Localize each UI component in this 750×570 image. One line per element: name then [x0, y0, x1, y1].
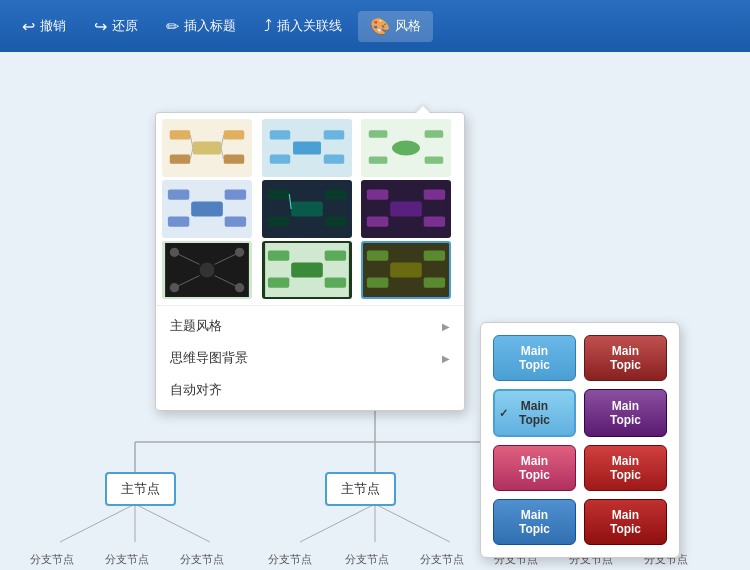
svg-rect-16	[170, 130, 190, 139]
redo-button[interactable]: ↪ 还原	[82, 11, 150, 42]
leaf-node-6[interactable]: 分支节点	[420, 552, 464, 567]
menu-item-auto-align[interactable]: 自动对齐	[156, 374, 464, 406]
line-icon: ⤴	[264, 17, 272, 35]
svg-rect-15	[193, 141, 221, 154]
svg-rect-40	[225, 189, 246, 199]
svg-rect-53	[424, 189, 445, 199]
style-btn-3[interactable]: Main Topic	[493, 389, 576, 437]
redo-icon: ↪	[94, 17, 107, 36]
svg-rect-74	[367, 277, 388, 287]
style-btn-1[interactable]: Main Topic	[493, 335, 576, 381]
chevron-right-icon-2: ▶	[442, 353, 450, 364]
chevron-right-icon: ▶	[442, 321, 450, 332]
svg-point-61	[170, 248, 179, 257]
style-btn-8[interactable]: Main Topic	[584, 499, 667, 545]
svg-rect-18	[224, 130, 244, 139]
svg-line-8	[300, 504, 375, 542]
svg-rect-46	[324, 189, 345, 199]
svg-rect-34	[425, 130, 444, 137]
svg-rect-27	[269, 155, 289, 164]
theme-thumb-5[interactable]	[262, 180, 352, 238]
svg-rect-25	[293, 141, 321, 154]
svg-rect-70	[324, 277, 345, 287]
svg-rect-17	[170, 155, 190, 164]
theme-thumb-4[interactable]	[162, 180, 252, 238]
theme-thumb-6[interactable]	[361, 180, 451, 238]
svg-rect-76	[424, 277, 445, 287]
main-node-1[interactable]: 主节点	[105, 472, 176, 506]
svg-rect-43	[291, 202, 323, 217]
leaf-node-5[interactable]: 分支节点	[345, 552, 389, 567]
main-node-2[interactable]: 主节点	[325, 472, 396, 506]
theme-thumb-1[interactable]	[162, 119, 252, 177]
svg-rect-33	[369, 156, 388, 163]
style-btn-2[interactable]: Main Topic	[584, 335, 667, 381]
svg-rect-35	[425, 156, 444, 163]
dropdown-arrow	[415, 106, 431, 114]
svg-point-64	[235, 283, 244, 292]
theme-thumb-8[interactable]	[262, 241, 352, 299]
dropdown-menu-items: 主题风格 ▶ 思维导图背景 ▶ 自动对齐	[156, 306, 464, 410]
svg-rect-68	[268, 277, 289, 287]
style-btn-4[interactable]: Main Topic	[584, 389, 667, 437]
style-dropdown-panel: 主题风格 ▶ 思维导图背景 ▶ 自动对齐	[155, 112, 465, 411]
svg-line-10	[375, 504, 450, 542]
theme-grid[interactable]	[156, 113, 464, 306]
menu-item-theme-style[interactable]: 主题风格 ▶	[156, 310, 464, 342]
svg-rect-39	[168, 216, 189, 226]
leaf-node-1[interactable]: 分支节点	[30, 552, 74, 567]
svg-rect-41	[225, 216, 246, 226]
style-btn-6[interactable]: Main Topic	[584, 445, 667, 491]
pencil-icon: ✏	[166, 17, 179, 36]
svg-rect-19	[224, 155, 244, 164]
style-btn-7[interactable]: Main Topic	[493, 499, 576, 545]
svg-rect-28	[323, 130, 343, 139]
undo-button[interactable]: ↩ 撤销	[10, 11, 78, 42]
svg-rect-67	[268, 250, 289, 260]
svg-line-5	[60, 504, 135, 542]
svg-rect-47	[324, 216, 345, 226]
undo-icon: ↩	[22, 17, 35, 36]
svg-rect-73	[367, 250, 388, 260]
svg-point-62	[170, 283, 179, 292]
canvas-area: 主题风格 ▶ 思维导图背景 ▶ 自动对齐 Main Topic Main Top…	[0, 52, 750, 570]
leaf-node-2[interactable]: 分支节点	[105, 552, 149, 567]
svg-point-56	[200, 263, 215, 278]
svg-rect-72	[391, 263, 423, 278]
svg-rect-38	[168, 189, 189, 199]
style-button[interactable]: 🎨 风格	[358, 11, 433, 42]
svg-rect-32	[369, 130, 388, 137]
svg-point-31	[392, 141, 420, 156]
leaf-node-4[interactable]: 分支节点	[268, 552, 312, 567]
leaf-node-3[interactable]: 分支节点	[180, 552, 224, 567]
svg-line-7	[135, 504, 210, 542]
svg-rect-50	[391, 202, 423, 217]
svg-rect-29	[323, 155, 343, 164]
svg-rect-44	[268, 189, 289, 199]
svg-rect-69	[324, 250, 345, 260]
insert-title-button[interactable]: ✏ 插入标题	[154, 11, 248, 42]
svg-rect-66	[291, 263, 323, 278]
toolbar: ↩ 撤销 ↪ 还原 ✏ 插入标题 ⤴ 插入关联线 🎨 风格	[0, 0, 750, 52]
theme-thumb-9[interactable]	[361, 241, 451, 299]
svg-rect-54	[424, 216, 445, 226]
palette-icon: 🎨	[370, 17, 390, 36]
svg-rect-37	[191, 202, 223, 217]
svg-rect-75	[424, 250, 445, 260]
theme-thumb-2[interactable]	[262, 119, 352, 177]
theme-thumb-7[interactable]	[162, 241, 252, 299]
svg-point-63	[235, 248, 244, 257]
style-panel: Main Topic Main Topic Main Topic Main To…	[480, 322, 680, 558]
theme-thumb-3[interactable]	[361, 119, 451, 177]
style-btn-5[interactable]: Main Topic	[493, 445, 576, 491]
svg-rect-51	[367, 189, 388, 199]
svg-rect-26	[269, 130, 289, 139]
insert-line-button[interactable]: ⤴ 插入关联线	[252, 11, 354, 41]
svg-rect-45	[268, 216, 289, 226]
menu-item-bg-style[interactable]: 思维导图背景 ▶	[156, 342, 464, 374]
svg-rect-52	[367, 216, 388, 226]
